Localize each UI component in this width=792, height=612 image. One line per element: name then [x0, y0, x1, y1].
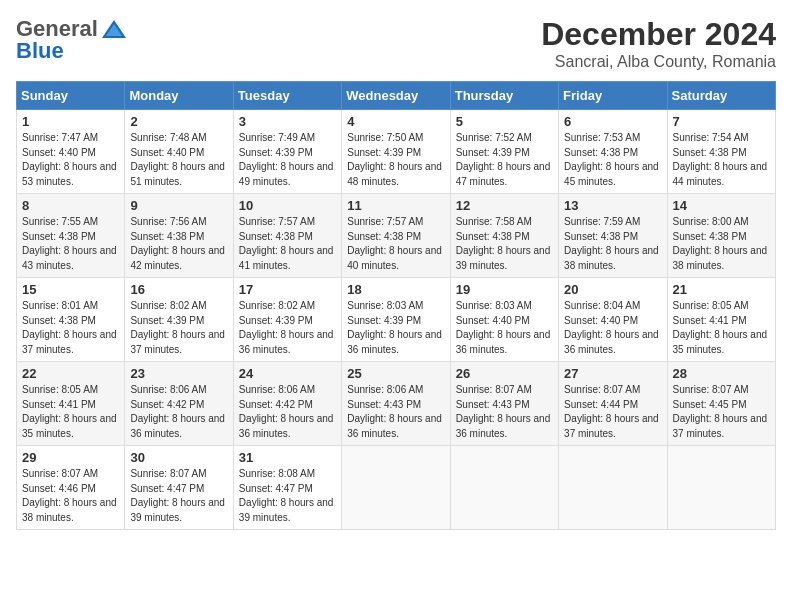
location-subtitle: Sancrai, Alba County, Romania	[541, 53, 776, 71]
day-info: Sunrise: 7:57 AMSunset: 4:38 PMDaylight:…	[347, 215, 444, 273]
day-info: Sunrise: 7:53 AMSunset: 4:38 PMDaylight:…	[564, 131, 661, 189]
calendar-week-2: 8 Sunrise: 7:55 AMSunset: 4:38 PMDayligh…	[17, 194, 776, 278]
day-number: 22	[22, 366, 119, 381]
day-info: Sunrise: 8:07 AMSunset: 4:47 PMDaylight:…	[130, 467, 227, 525]
day-info: Sunrise: 8:06 AMSunset: 4:42 PMDaylight:…	[239, 383, 336, 441]
calendar-cell: 5 Sunrise: 7:52 AMSunset: 4:39 PMDayligh…	[450, 110, 558, 194]
calendar-cell: 25 Sunrise: 8:06 AMSunset: 4:43 PMDaylig…	[342, 362, 450, 446]
day-number: 1	[22, 114, 119, 129]
calendar-cell: 14 Sunrise: 8:00 AMSunset: 4:38 PMDaylig…	[667, 194, 775, 278]
header-wednesday: Wednesday	[342, 82, 450, 110]
header-friday: Friday	[559, 82, 667, 110]
calendar-week-3: 15 Sunrise: 8:01 AMSunset: 4:38 PMDaylig…	[17, 278, 776, 362]
calendar-cell: 28 Sunrise: 8:07 AMSunset: 4:45 PMDaylig…	[667, 362, 775, 446]
day-number: 6	[564, 114, 661, 129]
day-number: 17	[239, 282, 336, 297]
day-number: 2	[130, 114, 227, 129]
calendar-cell	[342, 446, 450, 530]
calendar-cell: 13 Sunrise: 7:59 AMSunset: 4:38 PMDaylig…	[559, 194, 667, 278]
day-number: 13	[564, 198, 661, 213]
day-info: Sunrise: 7:56 AMSunset: 4:38 PMDaylight:…	[130, 215, 227, 273]
day-number: 10	[239, 198, 336, 213]
header-saturday: Saturday	[667, 82, 775, 110]
calendar-table: SundayMondayTuesdayWednesdayThursdayFrid…	[16, 81, 776, 530]
day-number: 11	[347, 198, 444, 213]
day-number: 29	[22, 450, 119, 465]
day-info: Sunrise: 8:02 AMSunset: 4:39 PMDaylight:…	[130, 299, 227, 357]
day-info: Sunrise: 8:08 AMSunset: 4:47 PMDaylight:…	[239, 467, 336, 525]
day-info: Sunrise: 8:07 AMSunset: 4:45 PMDaylight:…	[673, 383, 770, 441]
calendar-week-1: 1 Sunrise: 7:47 AMSunset: 4:40 PMDayligh…	[17, 110, 776, 194]
calendar-cell: 23 Sunrise: 8:06 AMSunset: 4:42 PMDaylig…	[125, 362, 233, 446]
day-info: Sunrise: 8:05 AMSunset: 4:41 PMDaylight:…	[22, 383, 119, 441]
calendar-week-4: 22 Sunrise: 8:05 AMSunset: 4:41 PMDaylig…	[17, 362, 776, 446]
calendar-cell: 21 Sunrise: 8:05 AMSunset: 4:41 PMDaylig…	[667, 278, 775, 362]
day-number: 4	[347, 114, 444, 129]
calendar-cell	[450, 446, 558, 530]
day-info: Sunrise: 7:57 AMSunset: 4:38 PMDaylight:…	[239, 215, 336, 273]
calendar-cell: 12 Sunrise: 7:58 AMSunset: 4:38 PMDaylig…	[450, 194, 558, 278]
day-number: 30	[130, 450, 227, 465]
day-number: 27	[564, 366, 661, 381]
calendar-cell: 3 Sunrise: 7:49 AMSunset: 4:39 PMDayligh…	[233, 110, 341, 194]
day-number: 23	[130, 366, 227, 381]
day-number: 24	[239, 366, 336, 381]
header-thursday: Thursday	[450, 82, 558, 110]
calendar-cell: 30 Sunrise: 8:07 AMSunset: 4:47 PMDaylig…	[125, 446, 233, 530]
day-info: Sunrise: 7:58 AMSunset: 4:38 PMDaylight:…	[456, 215, 553, 273]
calendar-cell: 4 Sunrise: 7:50 AMSunset: 4:39 PMDayligh…	[342, 110, 450, 194]
day-number: 5	[456, 114, 553, 129]
day-number: 14	[673, 198, 770, 213]
day-info: Sunrise: 8:02 AMSunset: 4:39 PMDaylight:…	[239, 299, 336, 357]
calendar-cell: 24 Sunrise: 8:06 AMSunset: 4:42 PMDaylig…	[233, 362, 341, 446]
logo-blue: Blue	[16, 38, 64, 64]
day-number: 3	[239, 114, 336, 129]
calendar-cell: 2 Sunrise: 7:48 AMSunset: 4:40 PMDayligh…	[125, 110, 233, 194]
day-info: Sunrise: 8:04 AMSunset: 4:40 PMDaylight:…	[564, 299, 661, 357]
day-info: Sunrise: 8:03 AMSunset: 4:39 PMDaylight:…	[347, 299, 444, 357]
day-info: Sunrise: 7:55 AMSunset: 4:38 PMDaylight:…	[22, 215, 119, 273]
day-info: Sunrise: 7:49 AMSunset: 4:39 PMDaylight:…	[239, 131, 336, 189]
calendar-cell: 17 Sunrise: 8:02 AMSunset: 4:39 PMDaylig…	[233, 278, 341, 362]
day-number: 16	[130, 282, 227, 297]
calendar-cell: 18 Sunrise: 8:03 AMSunset: 4:39 PMDaylig…	[342, 278, 450, 362]
calendar-cell: 20 Sunrise: 8:04 AMSunset: 4:40 PMDaylig…	[559, 278, 667, 362]
calendar-cell: 8 Sunrise: 7:55 AMSunset: 4:38 PMDayligh…	[17, 194, 125, 278]
calendar-cell	[559, 446, 667, 530]
day-info: Sunrise: 7:47 AMSunset: 4:40 PMDaylight:…	[22, 131, 119, 189]
page-header: General Blue December 2024 Sancrai, Alba…	[16, 16, 776, 71]
day-info: Sunrise: 7:52 AMSunset: 4:39 PMDaylight:…	[456, 131, 553, 189]
header-tuesday: Tuesday	[233, 82, 341, 110]
calendar-cell: 10 Sunrise: 7:57 AMSunset: 4:38 PMDaylig…	[233, 194, 341, 278]
day-number: 21	[673, 282, 770, 297]
day-number: 28	[673, 366, 770, 381]
calendar-cell: 11 Sunrise: 7:57 AMSunset: 4:38 PMDaylig…	[342, 194, 450, 278]
calendar-cell: 6 Sunrise: 7:53 AMSunset: 4:38 PMDayligh…	[559, 110, 667, 194]
day-info: Sunrise: 8:01 AMSunset: 4:38 PMDaylight:…	[22, 299, 119, 357]
calendar-cell: 9 Sunrise: 7:56 AMSunset: 4:38 PMDayligh…	[125, 194, 233, 278]
logo: General Blue	[16, 16, 128, 64]
day-number: 9	[130, 198, 227, 213]
logo-icon	[100, 18, 128, 40]
calendar-header-row: SundayMondayTuesdayWednesdayThursdayFrid…	[17, 82, 776, 110]
day-info: Sunrise: 8:00 AMSunset: 4:38 PMDaylight:…	[673, 215, 770, 273]
header-sunday: Sunday	[17, 82, 125, 110]
calendar-cell: 29 Sunrise: 8:07 AMSunset: 4:46 PMDaylig…	[17, 446, 125, 530]
day-number: 20	[564, 282, 661, 297]
calendar-cell: 31 Sunrise: 8:08 AMSunset: 4:47 PMDaylig…	[233, 446, 341, 530]
calendar-cell: 19 Sunrise: 8:03 AMSunset: 4:40 PMDaylig…	[450, 278, 558, 362]
day-number: 18	[347, 282, 444, 297]
day-info: Sunrise: 8:06 AMSunset: 4:42 PMDaylight:…	[130, 383, 227, 441]
day-number: 19	[456, 282, 553, 297]
day-info: Sunrise: 8:06 AMSunset: 4:43 PMDaylight:…	[347, 383, 444, 441]
day-info: Sunrise: 8:05 AMSunset: 4:41 PMDaylight:…	[673, 299, 770, 357]
day-info: Sunrise: 7:48 AMSunset: 4:40 PMDaylight:…	[130, 131, 227, 189]
day-info: Sunrise: 7:54 AMSunset: 4:38 PMDaylight:…	[673, 131, 770, 189]
calendar-cell: 27 Sunrise: 8:07 AMSunset: 4:44 PMDaylig…	[559, 362, 667, 446]
day-number: 12	[456, 198, 553, 213]
day-number: 26	[456, 366, 553, 381]
calendar-week-5: 29 Sunrise: 8:07 AMSunset: 4:46 PMDaylig…	[17, 446, 776, 530]
day-info: Sunrise: 8:07 AMSunset: 4:44 PMDaylight:…	[564, 383, 661, 441]
day-number: 25	[347, 366, 444, 381]
title-section: December 2024 Sancrai, Alba County, Roma…	[541, 16, 776, 71]
